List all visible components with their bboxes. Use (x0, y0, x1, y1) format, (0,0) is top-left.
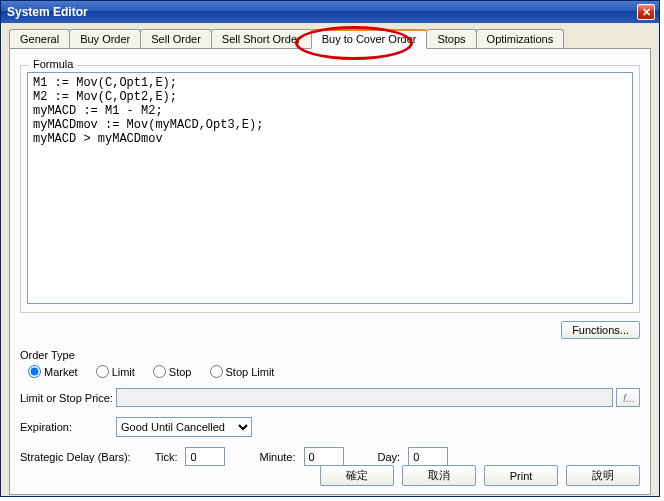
day-label: Day: (378, 451, 401, 463)
cancel-button[interactable]: 取消 (402, 465, 476, 486)
print-button[interactable]: Print (484, 465, 558, 486)
radio-market[interactable]: Market (28, 365, 78, 378)
formula-legend: Formula (29, 58, 77, 70)
tick-label: Tick: (155, 451, 178, 463)
radio-stop-limit[interactable]: Stop Limit (210, 365, 275, 378)
delay-label: Strategic Delay (Bars): (20, 451, 131, 463)
window: System Editor ✕ General Buy Order Sell O… (0, 0, 660, 497)
tab-buy-order[interactable]: Buy Order (69, 29, 141, 48)
day-input[interactable] (408, 447, 448, 466)
tab-sell-short-order[interactable]: Sell Short Order (211, 29, 312, 48)
order-type-legend: Order Type (20, 349, 640, 361)
tab-stops[interactable]: Stops (426, 29, 476, 48)
expiration-label: Expiration: (20, 421, 116, 433)
close-button[interactable]: ✕ (637, 4, 655, 20)
limit-stop-input[interactable] (116, 388, 613, 407)
formula-textarea[interactable] (27, 72, 633, 304)
dialog-buttons: 確定 取消 Print 說明 (320, 465, 640, 486)
radio-limit[interactable]: Limit (96, 365, 135, 378)
tick-input[interactable] (185, 447, 225, 466)
radio-stop-label: Stop (169, 366, 192, 378)
help-button[interactable]: 說明 (566, 465, 640, 486)
tab-optimizations[interactable]: Optimizations (476, 29, 565, 48)
ok-button[interactable]: 確定 (320, 465, 394, 486)
order-type-group: Order Type Market Limit Stop (20, 349, 640, 466)
radio-stop-input[interactable] (153, 365, 166, 378)
tab-buy-to-cover-order[interactable]: Buy to Cover Order (311, 29, 428, 49)
limit-stop-fx-button[interactable]: f... (616, 388, 640, 407)
client-area: General Buy Order Sell Order Sell Short … (1, 23, 659, 501)
formula-fieldset: Formula (20, 65, 640, 313)
limit-stop-label: Limit or Stop Price: (20, 392, 116, 404)
tabs: General Buy Order Sell Order Sell Short … (9, 29, 651, 48)
radio-stop[interactable]: Stop (153, 365, 192, 378)
radio-market-input[interactable] (28, 365, 41, 378)
titlebar: System Editor ✕ (1, 1, 659, 23)
functions-button[interactable]: Functions... (561, 321, 640, 339)
radio-stop-limit-label: Stop Limit (226, 366, 275, 378)
radio-stop-limit-input[interactable] (210, 365, 223, 378)
tab-sell-order[interactable]: Sell Order (140, 29, 212, 48)
radio-market-label: Market (44, 366, 78, 378)
minute-label: Minute: (259, 451, 295, 463)
tab-general[interactable]: General (9, 29, 70, 48)
minute-input[interactable] (304, 447, 344, 466)
window-title: System Editor (7, 5, 88, 19)
expiration-select[interactable]: Good Until Cancelled (116, 417, 252, 437)
radio-limit-label: Limit (112, 366, 135, 378)
radio-limit-input[interactable] (96, 365, 109, 378)
tab-panel: Formula Functions... Order Type Market L… (9, 48, 651, 495)
